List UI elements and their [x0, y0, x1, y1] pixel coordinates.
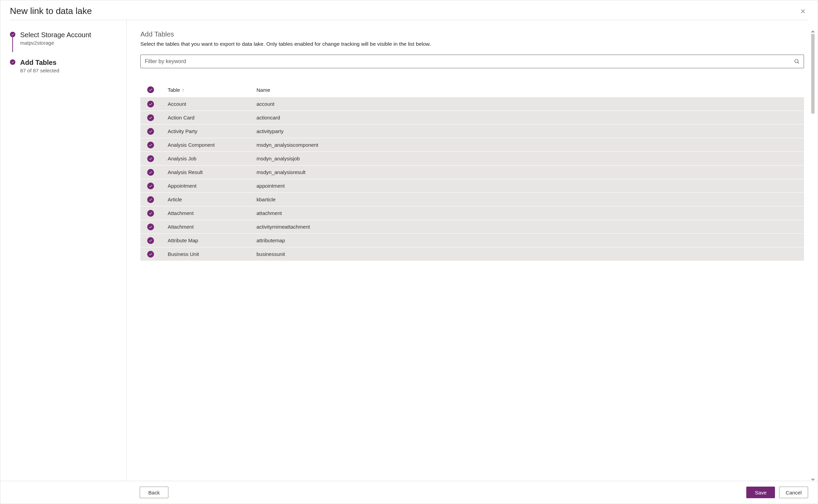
table-row[interactable]: Action Cardactioncard: [140, 111, 804, 124]
cell-name: businessunit: [257, 251, 801, 257]
scroll-thumb[interactable]: [811, 34, 815, 114]
cell-table: Action Card: [168, 115, 257, 120]
main-panel: Add Tables Select the tables that you wa…: [127, 20, 818, 481]
step-subtitle: matpv2storage: [20, 40, 91, 46]
table-row[interactable]: Attachmentattachment: [140, 206, 804, 220]
dialog: New link to data lake Select Storage Acc…: [0, 0, 818, 504]
cell-table: Analysis Result: [168, 169, 257, 175]
row-checkbox[interactable]: [147, 210, 154, 217]
dialog-footer: Back Save Cancel: [0, 481, 818, 504]
cell-name: account: [257, 101, 801, 107]
back-button[interactable]: Back: [140, 487, 168, 498]
select-all-checkbox[interactable]: [147, 86, 154, 93]
save-button[interactable]: Save: [746, 487, 775, 498]
cell-name: msdyn_analysisresult: [257, 169, 801, 175]
check-icon: [10, 32, 15, 37]
cell-name: msdyn_analysisjob: [257, 156, 801, 161]
cell-table: Article: [168, 197, 257, 202]
column-label: Table: [168, 87, 180, 93]
table-row[interactable]: Analysis Resultmsdyn_analysisresult: [140, 165, 804, 179]
table-row[interactable]: Analysis Componentmsdyn_analysiscomponen…: [140, 138, 804, 152]
cancel-button[interactable]: Cancel: [779, 487, 808, 498]
cell-name: kbarticle: [257, 197, 801, 202]
cell-table: Attachment: [168, 224, 257, 230]
step-select-storage-account[interactable]: Select Storage Account matpv2storage: [10, 30, 120, 46]
scroll-track[interactable]: [810, 34, 816, 477]
panel-description: Select the tables that you want to expor…: [140, 41, 804, 47]
row-checkbox[interactable]: [147, 196, 154, 203]
panel-heading: Add Tables: [140, 30, 804, 38]
row-checkbox[interactable]: [147, 128, 154, 135]
cell-name: actioncard: [257, 115, 801, 120]
step-add-tables[interactable]: Add Tables 87 of 87 selected: [10, 58, 120, 73]
cell-name: activitymimeattachment: [257, 224, 801, 230]
step-title: Add Tables: [20, 58, 59, 67]
row-checkbox[interactable]: [147, 169, 154, 176]
table-row[interactable]: Appointmentappointment: [140, 179, 804, 192]
cell-table: Analysis Job: [168, 156, 257, 161]
wizard-steps: Select Storage Account matpv2storage Add…: [0, 20, 127, 481]
row-checkbox[interactable]: [147, 142, 154, 148]
table-row[interactable]: Attribute Mapattributemap: [140, 233, 804, 247]
close-button[interactable]: [798, 6, 808, 16]
table-header-row: Table ↑ Name: [140, 83, 804, 97]
row-checkbox[interactable]: [147, 101, 154, 107]
step-title: Select Storage Account: [20, 30, 91, 39]
dialog-header: New link to data lake: [0, 0, 818, 20]
row-checkbox[interactable]: [147, 155, 154, 162]
check-icon: [10, 59, 15, 65]
table-row[interactable]: Articlekbarticle: [140, 192, 804, 206]
scroll-down-icon[interactable]: [811, 479, 815, 481]
cell-table: Business Unit: [168, 251, 257, 257]
filter-input[interactable]: [140, 55, 804, 68]
cell-table: Activity Party: [168, 128, 257, 134]
cell-name: attributemap: [257, 237, 801, 243]
row-checkbox[interactable]: [147, 114, 154, 121]
step-subtitle: 87 of 87 selected: [20, 68, 59, 73]
sort-ascending-icon: ↑: [182, 87, 184, 92]
column-header-table[interactable]: Table ↑: [168, 87, 257, 93]
scroll-up-icon[interactable]: [811, 30, 815, 32]
table-row[interactable]: Attachmentactivitymimeattachment: [140, 220, 804, 233]
row-checkbox[interactable]: [147, 224, 154, 230]
row-checkbox[interactable]: [147, 251, 154, 258]
dialog-title: New link to data lake: [10, 6, 92, 16]
close-icon: [800, 10, 806, 15]
table-row[interactable]: Business Unitbusinessunit: [140, 247, 804, 261]
cell-name: activityparty: [257, 128, 801, 134]
tables-list: Table ↑ Name AccountaccountAction Cardac…: [140, 83, 804, 481]
row-checkbox[interactable]: [147, 237, 154, 244]
cell-table: Analysis Component: [168, 142, 257, 148]
cell-name: attachment: [257, 210, 801, 216]
cell-table: Account: [168, 101, 257, 107]
cell-table: Appointment: [168, 183, 257, 189]
cell-name: msdyn_analysiscomponent: [257, 142, 801, 148]
row-checkbox[interactable]: [147, 183, 154, 189]
table-row[interactable]: Analysis Jobmsdyn_analysisjob: [140, 152, 804, 165]
filter-wrapper: [140, 55, 804, 68]
cell-table: Attribute Map: [168, 237, 257, 243]
step-connector: [12, 37, 13, 52]
dialog-body: Select Storage Account matpv2storage Add…: [0, 20, 818, 481]
table-row[interactable]: Activity Partyactivityparty: [140, 124, 804, 138]
column-label: Name: [257, 87, 270, 93]
scrollbar[interactable]: [810, 30, 816, 481]
column-header-name[interactable]: Name: [257, 87, 801, 93]
table-body: AccountaccountAction CardactioncardActiv…: [140, 97, 804, 481]
cell-table: Attachment: [168, 210, 257, 216]
table-row[interactable]: Accountaccount: [140, 97, 804, 111]
cell-name: appointment: [257, 183, 801, 189]
